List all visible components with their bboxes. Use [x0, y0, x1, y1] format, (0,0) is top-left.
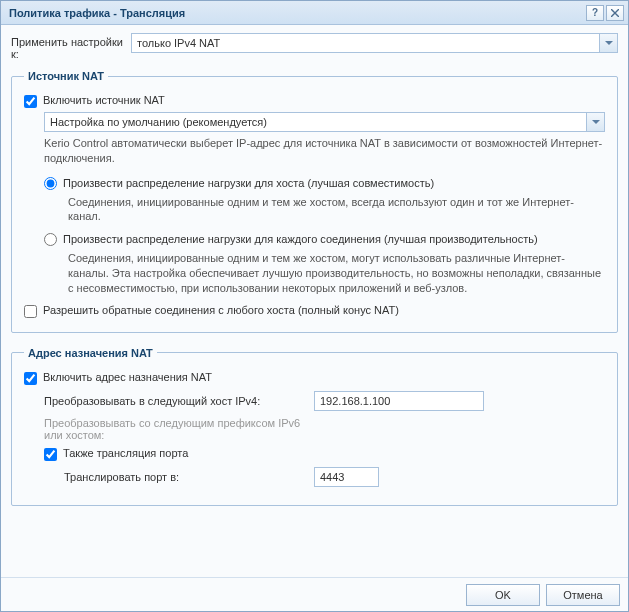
apply-settings-select[interactable]: только IPv4 NAT — [131, 33, 618, 53]
port-translate-checkbox[interactable] — [44, 448, 57, 461]
chevron-down-icon — [605, 41, 613, 45]
dest-prefix-row: Преобразовывать со следующим префиксом I… — [44, 417, 605, 441]
balance-conn-desc: Соединения, инициированные одним и тем ж… — [68, 251, 605, 296]
dialog-window: Политика трафика - Трансляция ? Применит… — [0, 0, 629, 612]
dest-host-input[interactable] — [314, 391, 484, 411]
apply-settings-label: Применить настройки к: — [11, 33, 131, 60]
window-title: Политика трафика - Трансляция — [9, 7, 185, 19]
apply-settings-row: Применить настройки к: только IPv4 NAT — [11, 33, 618, 60]
cancel-button[interactable]: Отмена — [546, 584, 620, 606]
dest-prefix-label: Преобразовывать со следующим префиксом I… — [44, 417, 314, 441]
source-nat-mode-value: Настройка по умолчанию (рекомендуется) — [45, 113, 586, 131]
help-button[interactable]: ? — [586, 5, 604, 21]
port-translate-row: Также трансляция порта — [44, 447, 605, 461]
source-nat-mode-select[interactable]: Настройка по умолчанию (рекомендуется) — [44, 112, 605, 132]
source-nat-mode-trigger[interactable] — [586, 113, 604, 131]
dest-port-input[interactable] — [314, 467, 379, 487]
port-translate-label: Также трансляция порта — [63, 447, 188, 459]
titlebar: Политика трафика - Трансляция ? — [1, 1, 628, 25]
enable-dest-nat-label: Включить адрес назначения NAT — [43, 371, 212, 383]
dest-port-label: Транслировать порт в: — [64, 471, 314, 483]
source-nat-auto-desc: Kerio Control автоматически выберет IP-а… — [44, 136, 605, 166]
enable-dest-nat-row: Включить адрес назначения NAT — [24, 371, 605, 385]
source-nat-legend: Источник NAT — [24, 70, 108, 82]
enable-dest-nat-checkbox[interactable] — [24, 372, 37, 385]
close-icon — [611, 9, 619, 17]
balance-conn-label: Произвести распределение нагрузки для ка… — [63, 232, 538, 247]
balance-host-label: Произвести распределение нагрузки для хо… — [63, 176, 434, 191]
balance-host-row: Произвести распределение нагрузки для хо… — [44, 176, 605, 191]
full-cone-checkbox[interactable] — [24, 305, 37, 318]
apply-settings-value: только IPv4 NAT — [132, 34, 599, 52]
dest-host-row: Преобразовывать в следующий хост IPv4: — [44, 391, 605, 411]
enable-source-nat-label: Включить источник NAT — [43, 94, 165, 106]
chevron-down-icon — [592, 120, 600, 124]
full-cone-row: Разрешить обратные соединения с любого х… — [24, 304, 605, 318]
dialog-footer: OK Отмена — [1, 577, 628, 611]
dest-nat-fieldset: Адрес назначения NAT Включить адрес назн… — [11, 347, 618, 506]
source-nat-fieldset: Источник NAT Включить источник NAT Настр… — [11, 70, 618, 333]
balance-conn-radio[interactable] — [44, 233, 57, 246]
ok-button[interactable]: OK — [466, 584, 540, 606]
dest-port-row: Транслировать порт в: — [64, 467, 605, 487]
dest-host-label: Преобразовывать в следующий хост IPv4: — [44, 395, 314, 407]
dialog-body: Применить настройки к: только IPv4 NAT И… — [1, 25, 628, 577]
balance-host-radio[interactable] — [44, 177, 57, 190]
enable-source-nat-row: Включить источник NAT — [24, 94, 605, 108]
balance-conn-row: Произвести распределение нагрузки для ка… — [44, 232, 605, 247]
source-nat-sub: Настройка по умолчанию (рекомендуется) K… — [44, 112, 605, 296]
apply-settings-trigger[interactable] — [599, 34, 617, 52]
full-cone-label: Разрешить обратные соединения с любого х… — [43, 304, 399, 316]
close-button[interactable] — [606, 5, 624, 21]
enable-source-nat-checkbox[interactable] — [24, 95, 37, 108]
balance-radio-group: Произвести распределение нагрузки для хо… — [44, 176, 605, 296]
balance-host-desc: Соединения, инициированные одним и тем ж… — [68, 195, 605, 225]
dest-nat-legend: Адрес назначения NAT — [24, 347, 157, 359]
